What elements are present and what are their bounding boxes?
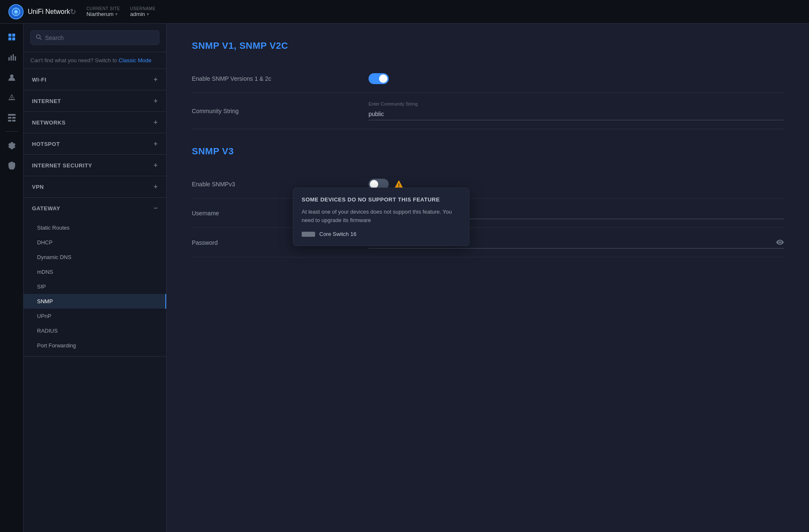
svg-rect-10 [13,54,14,61]
community-string-field-label: Enter Community String [369,101,784,106]
sidebar-item-static-routes[interactable]: Static Routes [24,220,166,235]
top-navigation: UniFi Network ↻ CURRENT SITE Niartherum … [0,0,809,24]
icon-sidebar [0,24,24,532]
sidebar-icon-settings[interactable] [3,137,20,154]
svg-rect-14 [8,117,11,119]
svg-rect-8 [8,57,10,61]
warning-body: At least one of your devices does not su… [302,208,461,224]
vpn-expand-icon: + [154,183,158,191]
username-value: admin ▾ [130,11,156,17]
warning-popup: SOME DEVICES DO NO SUPPORT THIS FEATURE … [293,188,469,246]
community-string-label: Community String [192,108,369,114]
sidebar-wifi-header[interactable]: WI-FI + [24,69,166,90]
device-name: Core Switch 16 [319,231,356,237]
unifi-logo-icon [8,4,24,19]
search-container [24,24,166,52]
sidebar-icon-home[interactable] [3,29,20,45]
sidebar-icon-stats[interactable] [3,49,20,66]
svg-point-12 [10,74,13,78]
sidebar-internet-security-header[interactable]: INTERNET SECURITY + [24,155,166,176]
sidebar-item-port-forwarding[interactable]: Port Forwarding [24,338,166,353]
svg-rect-15 [12,117,16,119]
internet-expand-icon: + [154,97,158,105]
gateway-collapse-icon: − [154,204,158,212]
hotspot-expand-icon: + [154,140,158,148]
enable-snmp-label: Enable SNMP Versions 1 & 2c [192,75,369,82]
main-layout: Can't find what you need? Switch to Clas… [0,24,809,532]
sidebar-item-upnp[interactable]: UPnP [24,309,166,323]
svg-rect-11 [15,56,16,61]
classic-mode-link[interactable]: Classic Mode [119,57,151,64]
sidebar-item-dhcp[interactable]: DHCP [24,235,166,250]
current-site-value: Niartherum ▾ [86,11,120,17]
sidebar-item-dynamic-dns[interactable]: Dynamic DNS [24,250,166,265]
community-string-control: Enter Community String [369,101,784,120]
internet-security-expand-icon: + [154,161,158,169]
svg-rect-4 [8,34,11,37]
svg-rect-6 [8,37,11,40]
sidebar-section-vpn: VPN + [24,176,166,198]
user-chevron-icon: ▾ [147,12,149,16]
sidebar-vpn-header[interactable]: VPN + [24,176,166,197]
site-selector[interactable]: CURRENT SITE Niartherum ▾ [86,6,120,17]
svg-rect-7 [12,37,15,40]
topnav-right: ↻ CURRENT SITE Niartherum ▾ USERNAME adm… [70,6,155,17]
enable-snmp-row: Enable SNMP Versions 1 & 2c [192,65,784,93]
snmp-v3-title: SNMP V3 [192,146,784,157]
sidebar-item-snmp[interactable]: SNMP [24,294,166,309]
sidebar-icon-alerts[interactable] [3,89,20,106]
user-selector[interactable]: USERNAME admin ▾ [130,6,156,17]
sidebar-item-sip[interactable]: SIP [24,279,166,294]
sidebar-section-internet: INTERNET + [24,90,166,112]
classic-mode-banner: Can't find what you need? Switch to Clas… [24,52,166,69]
sidebar-section-wifi: WI-FI + [24,69,166,90]
left-sidebar: Can't find what you need? Switch to Clas… [24,24,167,532]
password-row: Password [192,228,784,257]
enable-snmpv3-row: Enable SNMPv3 ! [192,170,784,199]
svg-rect-16 [8,120,11,122]
warning-device: Core Switch 16 [302,231,461,237]
svg-rect-9 [11,56,12,61]
community-string-input[interactable] [369,108,784,120]
sidebar-item-radius[interactable]: RADIUS [24,323,166,338]
current-site-label: CURRENT SITE [86,6,120,11]
networks-expand-icon: + [154,119,158,126]
svg-point-1 [14,10,18,13]
refresh-button[interactable]: ↻ [70,7,76,16]
sidebar-section-gateway: GATEWAY − Static Routes DHCP Dynamic DNS… [24,198,166,357]
sidebar-section-hotspot: HOTSPOT + [24,133,166,155]
username-row: Username [192,199,784,228]
svg-rect-13 [8,114,16,116]
username-label: USERNAME [130,6,156,11]
password-visibility-toggle[interactable] [776,239,784,246]
app-title: UniFi Network [28,8,70,16]
search-box [30,30,159,45]
community-string-row: Community String Enter Community String [192,93,784,129]
sidebar-networks-header[interactable]: NETWORKS + [24,112,166,133]
community-string-group: Enter Community String [369,101,784,120]
sidebar-gateway-header[interactable]: GATEWAY − [24,198,166,219]
content-area: SNMP V1, SNMP V2C Enable SNMP Versions 1… [167,24,809,532]
gateway-sub-items: Static Routes DHCP Dynamic DNS mDNS SIP … [24,219,166,356]
svg-line-19 [40,38,42,40]
wifi-expand-icon: + [154,76,158,83]
device-icon [302,232,315,237]
snmp-v1-v2c-title: SNMP V1, SNMP V2C [192,40,784,51]
sidebar-icon-clients[interactable] [3,69,20,86]
sidebar-section-internet-security: INTERNET SECURITY + [24,155,166,176]
enable-snmp-toggle[interactable] [369,73,389,84]
enable-snmpv3-label: Enable SNMPv3 [192,181,369,188]
warning-title: SOME DEVICES DO NO SUPPORT THIS FEATURE [302,196,461,203]
sidebar-icon-topology[interactable] [3,109,20,126]
sidebar-hotspot-header[interactable]: HOTSPOT + [24,133,166,154]
sidebar-internet-header[interactable]: INTERNET + [24,90,166,111]
search-input[interactable] [45,34,154,41]
sidebar-icon-shield[interactable] [3,157,20,174]
search-icon [36,34,42,41]
sidebar-section-networks: NETWORKS + [24,112,166,133]
enable-snmp-control [369,73,784,84]
brand-logo: UniFi Network [8,4,70,19]
sidebar-divider [5,131,18,132]
svg-rect-17 [12,120,16,122]
sidebar-item-mdns[interactable]: mDNS [24,265,166,279]
